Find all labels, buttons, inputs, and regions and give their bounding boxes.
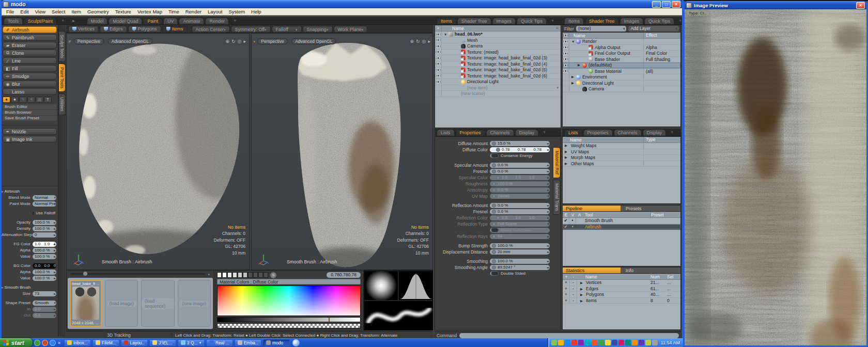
property-field[interactable]: 0.78 0.78 0.78 — [490, 147, 550, 152]
visibility-toggle[interactable] — [435, 55, 442, 61]
chevron-down-icon[interactable]: ▾ — [556, 86, 559, 90]
panel-tab[interactable]: Lists — [437, 129, 455, 136]
remove-selection-button[interactable]: - — [570, 292, 577, 297]
image-placeholder[interactable]: (new image) — [178, 280, 211, 327]
tray-icon[interactable] — [625, 340, 631, 345]
expand-icon[interactable]: ▸ — [243, 39, 246, 44]
zoom-icon[interactable]: ◎ — [238, 39, 242, 44]
viewport-renderer-button[interactable]: Advanced OpenGL — [108, 38, 152, 44]
pan-icon[interactable]: ⊕ — [226, 39, 230, 44]
tool-button[interactable]: ✒ Nozzle — [3, 128, 57, 135]
expander-icon[interactable]: ▶ — [580, 293, 583, 296]
viewport-type-button[interactable]: Perspective — [74, 38, 104, 44]
pan-icon[interactable]: ⊕ — [410, 39, 414, 44]
expander-icon[interactable]: ▶ — [580, 287, 583, 291]
property-field[interactable]: 100.0 % — [490, 243, 550, 248]
value-marker[interactable] — [329, 318, 330, 322]
tray-icon[interactable] — [645, 340, 651, 345]
toolbar-dropdown[interactable]: Action Center ▾ — [192, 26, 230, 32]
orbit-icon[interactable]: ↻ — [416, 39, 420, 44]
hue-saturation-field[interactable] — [217, 286, 361, 316]
panel-tab[interactable]: Shader Tree — [457, 18, 491, 24]
menu-item[interactable]: Geometry — [84, 9, 112, 14]
preview-close-button[interactable] — [856, 2, 865, 9]
property-field[interactable]: 100.0 % — [490, 181, 550, 186]
list-options-icon[interactable]: ≡ — [556, 25, 561, 31]
menu-item[interactable]: Vertex Map — [134, 9, 165, 14]
viewport-layout-tab[interactable]: UV — [163, 18, 178, 24]
selection-mode-button[interactable]: Items — [162, 26, 188, 32]
viewport-right[interactable]: ▪ Perspective Advanced OpenGL ⊕↻◎▸ No It… — [251, 33, 433, 270]
panel-tab[interactable]: + — [539, 129, 549, 136]
menu-item[interactable]: Item — [69, 9, 84, 14]
preview-canvas[interactable]: Type: Cl... — [685, 9, 866, 345]
command-input[interactable] — [459, 333, 679, 338]
preview-titlebar[interactable]: Image Preview — [685, 1, 866, 9]
expander-icon[interactable]: ▶ — [578, 63, 582, 67]
panel-tab[interactable]: Properties — [456, 129, 485, 136]
property-field[interactable]: 100.0 % — [33, 226, 56, 231]
viewport-layout-tab[interactable]: Model — [87, 18, 108, 24]
tool-button[interactable]: ✑ Smudge — [3, 73, 57, 80]
viewport-corner-icon[interactable]: ◤ — [69, 40, 71, 43]
tool-button[interactable]: ◌ Lasso — [3, 88, 57, 95]
taskbar-window-button[interactable]: Inbox... — [64, 339, 91, 346]
property-field[interactable]: Full Scene — [490, 222, 550, 227]
quick-launch-icon[interactable] — [42, 340, 48, 346]
color-swatch[interactable] — [217, 272, 222, 278]
tray-icon[interactable] — [558, 340, 564, 345]
menu-item[interactable]: Texture — [112, 9, 134, 14]
thumbnail-size-slider[interactable]: ▴ — [67, 271, 214, 277]
property-field[interactable]: 100.0 % — [490, 259, 550, 264]
tray-icon[interactable] — [551, 340, 557, 345]
color-swatch[interactable] — [264, 272, 268, 278]
property-field[interactable]: 100.0 % — [33, 254, 56, 259]
taskbar-window-button[interactable]: 2 Q... — [178, 339, 205, 346]
tray-icon[interactable] — [585, 340, 591, 345]
pipeline-tool-row[interactable]: ✔ • Smooth Brush — [563, 218, 680, 224]
item-tree-row[interactable]: ▼ head_06.lwo* — [435, 31, 561, 38]
taskbar-window-button[interactable]: Emba... — [235, 339, 261, 346]
visibility-toggle[interactable] — [435, 61, 442, 67]
property-field[interactable]: Use Falloff — [33, 211, 56, 216]
layout-tab[interactable]: Tools — [4, 18, 23, 24]
menu-item[interactable]: Layout — [205, 9, 226, 14]
property-field[interactable]: (none) — [490, 194, 550, 199]
visibility-toggle[interactable] — [563, 57, 569, 62]
visibility-toggle[interactable] — [435, 43, 442, 49]
panel-tab[interactable]: Channels — [614, 129, 642, 136]
remove-selection-button[interactable]: - — [570, 286, 577, 291]
visibility-toggle[interactable] — [435, 50, 442, 55]
expand-icon[interactable]: ▸ — [428, 39, 430, 44]
slider-knob[interactable] — [83, 272, 87, 276]
menu-item[interactable]: Select — [49, 9, 68, 14]
layout-tab[interactable]: + — [58, 18, 68, 24]
statistics-row[interactable]: + - ▶Items 8 0 — [563, 298, 680, 304]
visibility-toggle[interactable] — [435, 38, 442, 43]
tool-button[interactable]: ▣ Image Ink — [3, 136, 57, 143]
orbit-icon[interactable]: ↻ — [231, 39, 236, 44]
color-swatch[interactable] — [258, 272, 263, 278]
property-field[interactable]: 20 mm — [490, 249, 550, 255]
tool-button[interactable]: ⧉ Clone — [3, 50, 57, 56]
tray-icon[interactable] — [578, 340, 584, 345]
color-swatch[interactable] — [238, 272, 242, 278]
image-placeholder[interactable]: (load image) — [105, 280, 138, 327]
tray-icon[interactable] — [592, 340, 597, 345]
filter-dropdown[interactable]: (none) — [576, 26, 627, 31]
visible-dot-icon[interactable]: • — [569, 218, 576, 223]
material-section-tab[interactable]: Material Trans — [553, 180, 561, 215]
tool-button[interactable]: ✐ Airbrush — [3, 26, 57, 33]
item-tree-row[interactable]: (new scene) — [435, 91, 561, 97]
item-tree-row[interactable]: Camera — [435, 43, 561, 50]
enable-check-icon[interactable]: ✔ — [563, 224, 569, 229]
menu-item[interactable]: View — [32, 9, 49, 14]
shader-tree-row[interactable]: Alpha Output Alpha — [563, 45, 680, 51]
expander-icon[interactable]: ▶ — [580, 299, 583, 303]
color-swatch[interactable] — [227, 272, 232, 278]
property-field[interactable]: Blurry Reflection — [490, 228, 550, 233]
taskbar-extra-icon[interactable] — [292, 339, 300, 346]
item-tree-row[interactable]: Texture: Image: head_bake_final_02d (5) — [435, 67, 561, 73]
taskbar-window-button[interactable]: Layou... — [121, 339, 148, 346]
visible-dot-icon[interactable]: • — [569, 224, 576, 229]
